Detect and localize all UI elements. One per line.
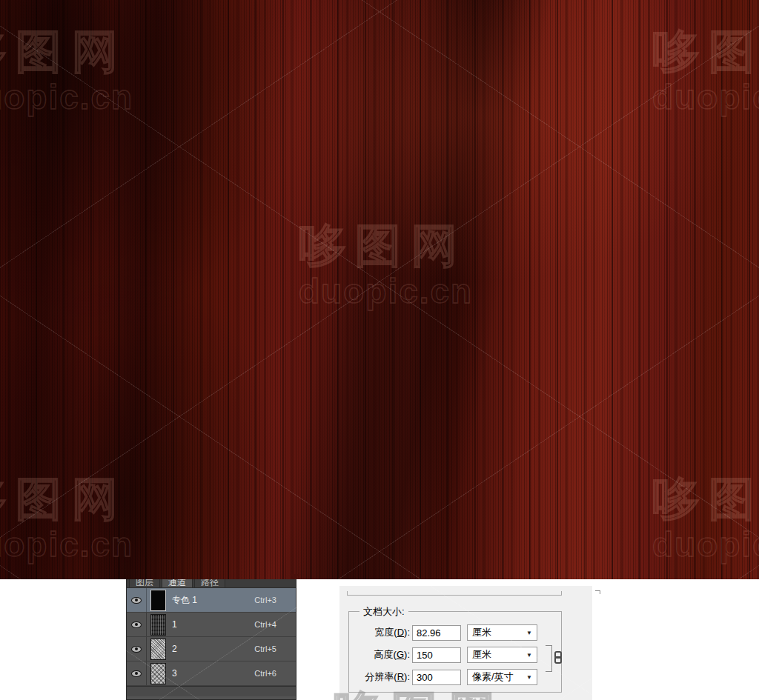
resolution-label: 分辨率(R): [354, 670, 410, 684]
watermark-top-left: 哆图网 duopic.cn [0, 21, 133, 117]
resolution-row: 分辨率(R): 像素/英寸 ▼ [354, 668, 557, 686]
watermark-bottom-right: 哆图网 duopic.cn [652, 468, 759, 564]
width-input[interactable] [412, 625, 461, 641]
watermark-url-text: duopic.cn [299, 271, 473, 311]
height-label: 高度(G): [354, 648, 410, 661]
resolution-unit-value: 像素/英寸 [472, 670, 514, 684]
eye-icon [131, 670, 142, 677]
height-label-key: G [397, 649, 404, 660]
channel-name: 2 [172, 644, 254, 654]
chevron-down-icon: ▼ [526, 652, 532, 659]
channel-shortcut: Ctrl+3 [254, 596, 296, 604]
height-row: 高度(G): 厘米 ▼ [354, 646, 557, 664]
watermark-logo-text: 哆图网 [652, 21, 759, 83]
channel-name: 专色 1 [172, 594, 254, 607]
channel-row-3[interactable]: 3 Ctrl+6 [127, 661, 296, 686]
watermark-bottom-left: 哆图网 duopic.cn [0, 468, 133, 564]
channel-row-spot1[interactable]: 专色 1 Ctrl+3 [127, 588, 296, 613]
watermark-top-right: 哆图网 duopic.cn [652, 21, 759, 117]
height-label-post: ): [404, 649, 410, 660]
resolution-label-pre: 分辨率( [365, 671, 397, 682]
watermark-logo-text: 哆图网 [652, 468, 759, 530]
resolution-input[interactable] [412, 670, 461, 685]
image-size-dialog-fragment: 文档大小: 宽度(D): 厘米 ▼ 高度(G): 厘米 ▼ 分辨率(R): 像素… [339, 586, 592, 700]
watermark-url-text: duopic.cn [652, 77, 759, 117]
watermark-url-text: duopic.cn [652, 524, 759, 564]
channel-name: 1 [172, 619, 254, 630]
channel-row-2[interactable]: 2 Ctrl+5 [127, 637, 296, 661]
width-row: 宽度(D): 厘米 ▼ [354, 624, 557, 641]
height-label-pre: 高度( [374, 649, 397, 660]
watermark-logo-text: 哆图网 [0, 468, 133, 530]
height-unit-value: 厘米 [472, 648, 491, 661]
channel-thumbnail [150, 614, 166, 636]
width-label: 宽度(D): [354, 626, 410, 639]
eye-icon [131, 597, 142, 604]
channel-thumbnail [150, 639, 166, 660]
document-size-groupbox: 文档大小: 宽度(D): 厘米 ▼ 高度(G): 厘米 ▼ 分辨率(R): 像素… [348, 611, 562, 693]
channel-shortcut: Ctrl+6 [254, 669, 296, 678]
channels-panel: 图层 通道 路径 专色 1 Ctrl+3 1 Ctrl+4 2 Ctrl+5 3… [126, 575, 296, 700]
width-label-pre: 宽度( [374, 627, 397, 638]
eye-icon [131, 621, 142, 628]
width-unit-select[interactable]: 厘米 ▼ [467, 624, 537, 641]
cropped-button-corner [595, 590, 600, 594]
channel-thumbnail [150, 590, 166, 611]
watermark-center: 哆图网 duopic.cn [299, 215, 473, 311]
height-input[interactable] [412, 647, 461, 663]
panel-menu-arrow-icon[interactable] [290, 574, 299, 579]
visibility-toggle[interactable] [127, 588, 147, 612]
watermark-logo-text: 哆图网 [299, 215, 473, 277]
watermark-url-text: duopic.cn [0, 524, 133, 564]
resolution-label-key: R [397, 671, 404, 682]
height-unit-select[interactable]: 厘米 ▼ [467, 647, 537, 663]
channel-name: 3 [172, 668, 254, 679]
link-bracket [546, 645, 552, 672]
panel-footer [127, 686, 296, 696]
chevron-down-icon: ▼ [526, 630, 532, 636]
resolution-unit-select[interactable]: 像素/英寸 ▼ [467, 669, 537, 685]
visibility-toggle[interactable] [127, 613, 147, 636]
link-chain-icon[interactable] [554, 651, 562, 664]
width-unit-value: 厘米 [472, 626, 491, 639]
pixel-size-groupbox-bottom [347, 591, 562, 596]
width-label-post: ): [404, 627, 410, 638]
channel-row-1[interactable]: 1 Ctrl+4 [127, 613, 296, 637]
watermark-logo-text: 哆图网 [0, 21, 133, 83]
channel-thumbnail [150, 663, 166, 684]
wood-texture-canvas: 哆图网 duopic.cn 哆图网 duopic.cn 哆图网 duopic.c… [0, 0, 759, 579]
watermark-url-text: duopic.cn [0, 77, 133, 117]
resolution-label-post: ): [404, 671, 410, 682]
visibility-toggle[interactable] [127, 637, 147, 661]
channel-shortcut: Ctrl+5 [254, 644, 296, 653]
channel-shortcut: Ctrl+4 [254, 620, 296, 629]
document-size-title: 文档大小: [359, 605, 408, 619]
eye-icon [131, 646, 142, 653]
chevron-down-icon: ▼ [526, 674, 532, 681]
visibility-toggle[interactable] [127, 661, 147, 685]
width-label-key: D [397, 627, 404, 638]
chain-link-bottom [554, 656, 562, 664]
